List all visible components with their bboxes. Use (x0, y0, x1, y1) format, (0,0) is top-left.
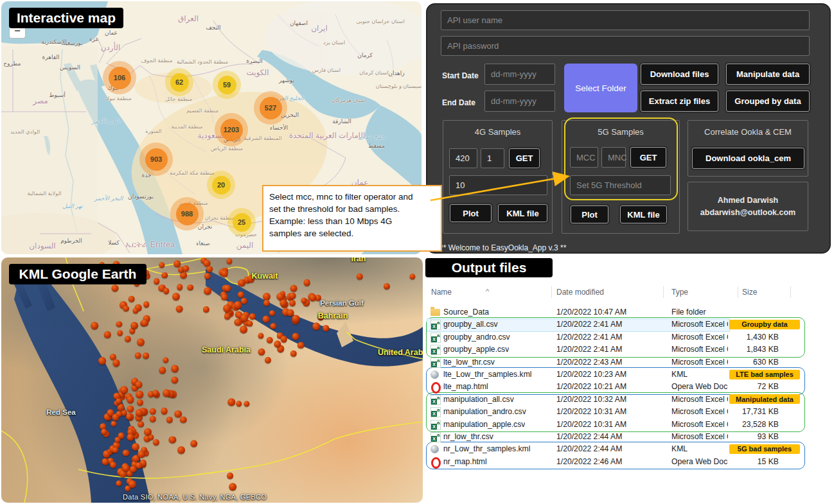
kml-placemark[interactable] (126, 413, 132, 420)
end-date-input[interactable]: dd-mm-yyyy (484, 91, 555, 112)
kml-placemark[interactable] (101, 429, 107, 435)
kml-placemark[interactable] (123, 464, 130, 471)
download-ookla-cem-button[interactable]: Download ookla_cem (692, 148, 804, 169)
kml-placemark[interactable] (223, 304, 231, 312)
column-divider[interactable] (663, 286, 664, 298)
map-cluster-marker[interactable]: 106 (103, 61, 136, 94)
map-cluster-marker[interactable]: 903 (139, 143, 173, 176)
kml-placemark[interactable] (128, 295, 135, 302)
kml-placemark[interactable] (221, 270, 228, 277)
kml-placemark[interactable] (303, 279, 310, 286)
5g-kml-button[interactable]: KML file (620, 205, 667, 223)
file-row[interactable]: Xagroupby_apple.csv1/20/2022 2:41 AMMicr… (425, 343, 811, 356)
file-row[interactable]: Xamanipulation_apple.csv1/20/2022 10:31 … (425, 419, 811, 431)
kml-placemark[interactable] (312, 322, 320, 330)
5g-threshold-input[interactable]: Set 5G Threshold (570, 175, 671, 195)
file-row[interactable]: Source_Data1/20/2022 10:47 AMFile folder (425, 306, 811, 318)
4g-get-button[interactable]: GET (509, 148, 540, 168)
column-header-date-modified[interactable]: Date modified (556, 288, 604, 297)
kml-placemark[interactable] (132, 443, 139, 451)
kml-placemark[interactable] (238, 279, 245, 287)
5g-get-button[interactable]: GET (630, 147, 666, 168)
map-cluster-marker[interactable]: 988 (170, 197, 204, 230)
kml-placemark[interactable] (247, 320, 253, 326)
map-cluster-marker[interactable]: 25 (227, 208, 256, 236)
kml-placemark[interactable] (289, 300, 296, 306)
kml-placemark[interactable] (265, 357, 271, 363)
kml-placemark[interactable] (91, 322, 98, 330)
kml-placemark[interactable] (120, 386, 128, 394)
kml-placemark[interactable] (144, 428, 152, 436)
kml-placemark[interactable] (241, 314, 249, 322)
kml-placemark[interactable] (171, 365, 179, 372)
column-divider[interactable] (790, 286, 791, 298)
google-earth-view[interactable]: KML Google Earth KuwaitIranPersian GulfB… (1, 257, 423, 503)
file-row[interactable]: Xagroupby_all.csv1/20/2022 2:41 AMMicros… (425, 318, 811, 331)
kml-placemark[interactable] (229, 483, 236, 491)
kml-placemark[interactable] (258, 348, 265, 355)
extract-zip-button[interactable]: Extract zip files (641, 91, 718, 112)
column-divider[interactable] (738, 286, 738, 298)
api-password-input[interactable]: API password (441, 36, 810, 56)
kml-placemark[interactable] (227, 473, 233, 479)
file-row[interactable]: Xamanipulation_all.csv1/20/2022 10:32 AM… (425, 394, 811, 406)
kml-placemark[interactable] (135, 381, 142, 388)
file-row[interactable]: Xagroupby_andro.csv1/20/2022 2:41 AMMicr… (425, 331, 811, 343)
4g-mcc-input[interactable]: 420 (449, 148, 477, 168)
start-date-input[interactable]: dd-mm-yyyy (484, 64, 555, 85)
file-row[interactable]: Xamanipulation_andro.csv1/20/2022 10:31 … (425, 406, 811, 418)
kml-placemark[interactable] (292, 333, 299, 340)
kml-placemark[interactable] (176, 306, 183, 313)
5g-plot-button[interactable]: Plot (571, 205, 608, 223)
4g-plot-button[interactable]: Plot (450, 204, 492, 222)
kml-placemark[interactable] (234, 301, 242, 309)
kml-placemark[interactable] (297, 342, 305, 349)
file-row[interactable]: lte_Low_thr_samples.kml1/20/2022 10:23 A… (425, 369, 811, 381)
api-username-input[interactable]: API user name (441, 10, 810, 30)
kml-placemark[interactable] (287, 309, 294, 316)
kml-placemark[interactable] (323, 325, 329, 331)
kml-placemark[interactable] (258, 333, 264, 338)
kml-placemark[interactable] (125, 485, 131, 492)
file-row[interactable]: nr_map.html1/20/2022 2:46 AMOpera Web Do… (425, 456, 811, 468)
map-cluster-marker[interactable]: 527 (254, 91, 287, 125)
kml-placemark[interactable] (137, 399, 143, 406)
kml-placemark[interactable] (163, 288, 170, 294)
map-cluster-marker[interactable]: 1203 (215, 113, 248, 146)
4g-threshold-input[interactable]: 10 (449, 175, 547, 195)
kml-placemark[interactable] (289, 292, 296, 299)
download-files-button[interactable]: Download files (641, 64, 718, 85)
kml-placemark[interactable] (290, 284, 297, 291)
column-divider[interactable] (551, 286, 552, 298)
kml-placemark[interactable] (240, 326, 248, 333)
map-cluster-marker[interactable]: 62 (165, 68, 193, 96)
kml-placemark[interactable] (143, 352, 149, 359)
manipulate-data-button[interactable]: Manipulate data (726, 64, 810, 85)
column-header-type[interactable]: Type (671, 288, 688, 297)
kml-placemark[interactable] (122, 449, 129, 456)
file-row[interactable]: nr_Low_thr_samples.kml1/20/2022 2:44 AMK… (425, 443, 811, 455)
select-folder-button[interactable]: Select Folder (564, 64, 637, 112)
kml-placemark[interactable] (153, 439, 159, 446)
kml-placemark[interactable] (112, 285, 119, 292)
kml-placemark[interactable] (137, 338, 145, 346)
kml-placemark[interactable] (161, 408, 168, 415)
kml-placemark[interactable] (161, 272, 168, 279)
5g-mnc-input[interactable]: MNC (601, 147, 626, 168)
kml-placemark[interactable] (103, 451, 111, 458)
kml-placemark[interactable] (227, 398, 235, 406)
kml-placemark[interactable] (207, 266, 213, 273)
kml-placemark[interactable] (133, 308, 139, 313)
kml-placemark[interactable] (177, 446, 185, 454)
column-header-name[interactable]: Name (431, 288, 452, 297)
kml-placemark[interactable] (183, 266, 190, 272)
kml-placemark[interactable] (262, 315, 269, 322)
file-row[interactable]: Xalte_low_thr.csv1/20/2022 2:43 AMMicros… (425, 356, 811, 369)
4g-kml-button[interactable]: KML file (498, 204, 547, 222)
kml-placemark[interactable] (187, 284, 193, 291)
kml-placemark[interactable] (123, 306, 129, 312)
kml-placemark[interactable] (127, 434, 134, 441)
map-cluster-marker[interactable]: 20 (207, 171, 235, 199)
kml-placemark[interactable] (117, 330, 123, 336)
column-header-size[interactable]: Size (742, 288, 757, 297)
